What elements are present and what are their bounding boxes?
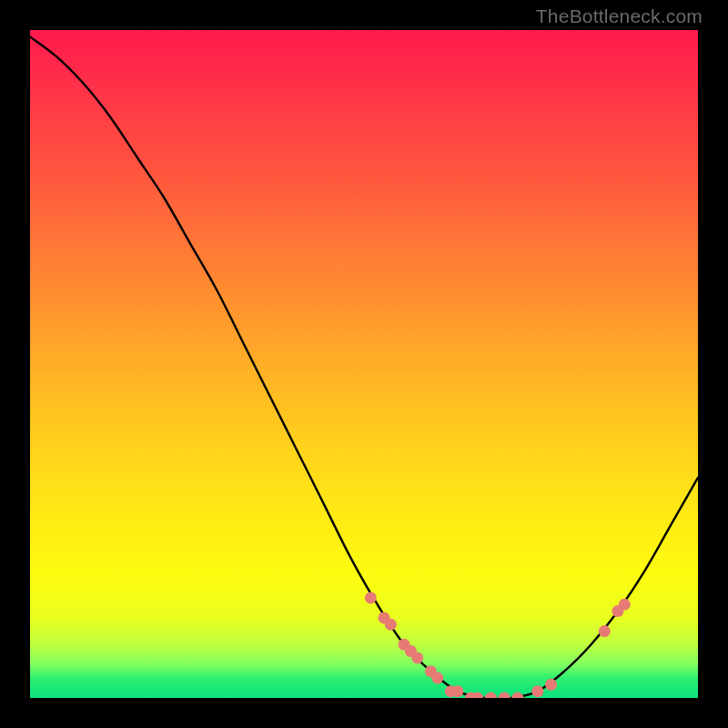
marker-dot [411,652,423,663]
marker-dot [451,685,463,697]
chart-container: TheBottleneck.com [0,0,728,728]
marker-dot [499,693,511,699]
curve-line [30,36,698,698]
marker-dot [385,619,397,631]
watermark-text: TheBottleneck.com [536,5,703,27]
curve-layer [30,36,698,698]
marker-dot [431,672,443,683]
marker-dot [619,599,631,611]
marker-dot [485,693,497,699]
marker-dot [531,685,543,697]
marker-dot [365,592,377,603]
marker-dot [545,679,557,691]
chart-svg [30,30,698,698]
plot-area [30,30,698,698]
marker-dot [599,625,611,637]
marker-dot [511,693,523,699]
